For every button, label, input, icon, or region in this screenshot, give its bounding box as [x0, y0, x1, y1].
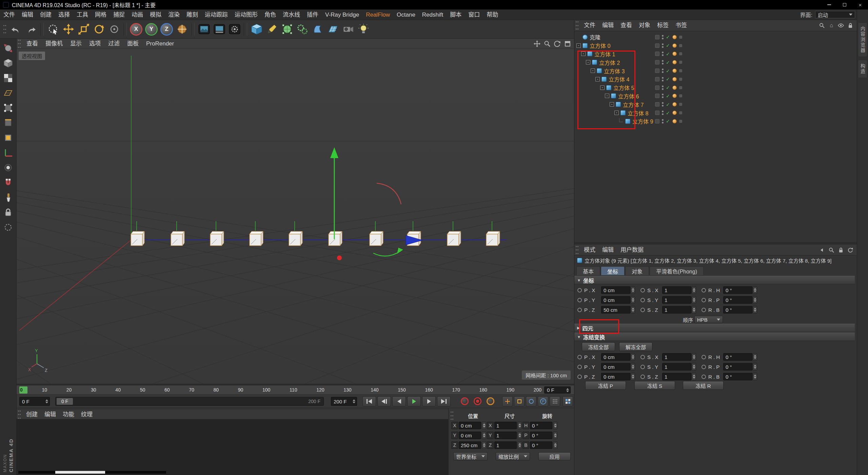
expand-toggle-icon[interactable]: -	[595, 77, 600, 81]
tag-icon[interactable]	[672, 43, 677, 48]
texture-mode-button[interactable]	[1, 71, 15, 86]
spinner[interactable]	[692, 373, 696, 380]
coord-grip[interactable]	[451, 412, 454, 420]
close-button[interactable]: ×	[852, 0, 868, 10]
rh-field[interactable]: 0 °	[723, 286, 752, 294]
object-name[interactable]: 立方体 5	[613, 83, 634, 92]
tag-icon[interactable]	[672, 111, 677, 115]
keyframe-circle[interactable]	[640, 365, 645, 369]
menu-pipeline[interactable]: 流水线	[279, 10, 303, 20]
apply-button[interactable]: 应用	[538, 452, 571, 460]
enabled-check-icon[interactable]: ✓	[666, 34, 670, 40]
coordinate-system-button[interactable]	[174, 21, 190, 37]
keyframe-circle[interactable]	[640, 288, 645, 292]
object-row-cloner[interactable]: 克隆 ✓	[574, 33, 857, 41]
vp-menu-prorender[interactable]: ProRender	[142, 39, 178, 49]
record-button[interactable]	[461, 397, 469, 405]
om-search-icon[interactable]	[819, 22, 825, 28]
tag-icon[interactable]	[672, 69, 677, 73]
vp-menu-filter[interactable]: 过滤	[104, 39, 123, 49]
visibility-dots[interactable]	[662, 43, 664, 48]
frozen-sx-field[interactable]: 1	[662, 353, 691, 361]
spinner[interactable]	[631, 306, 635, 314]
layer-icon[interactable]	[655, 52, 659, 56]
menu-snap[interactable]: 捕捉	[110, 10, 128, 20]
visibility-dots[interactable]	[662, 86, 664, 90]
pos-y-field[interactable]: 0 cm	[459, 432, 481, 439]
object-name[interactable]: 立方体 2	[599, 58, 620, 66]
am-history-icon[interactable]	[847, 247, 853, 253]
tab-coordinates[interactable]: 坐标	[601, 266, 625, 275]
rot-p-field[interactable]: 0 °	[530, 432, 552, 439]
vp-menu-options[interactable]: 选项	[85, 39, 104, 49]
tag-icon[interactable]	[672, 86, 677, 90]
keyframe-circle[interactable]	[640, 375, 645, 379]
spinner[interactable]	[692, 286, 696, 294]
keyframe-circle[interactable]	[702, 288, 706, 292]
visibility-dots[interactable]	[662, 60, 664, 64]
object-row-cube5[interactable]: - 立方体 5 ✓	[574, 83, 857, 92]
menu-vray[interactable]: V-Ray Bridge	[322, 10, 362, 20]
enabled-check-icon[interactable]: ✓	[666, 68, 670, 74]
tab-phong[interactable]: 平滑着色(Phong)	[650, 266, 704, 275]
subdivision-surface-button[interactable]	[279, 21, 295, 37]
layer-icon[interactable]	[655, 111, 659, 115]
menu-file[interactable]: 文件	[0, 10, 18, 20]
spinner[interactable]	[753, 286, 757, 294]
tag-icon[interactable]	[679, 69, 682, 72]
keyframe-circle[interactable]	[702, 355, 706, 359]
keyframe-circle[interactable]	[577, 355, 582, 359]
record-pla-button[interactable]	[550, 396, 560, 406]
enabled-check-icon[interactable]: ✓	[666, 60, 670, 65]
am-menu-mode[interactable]: 模式	[580, 245, 599, 255]
expand-toggle-icon[interactable]: -	[586, 60, 590, 64]
camera-button[interactable]	[340, 21, 356, 37]
freeze-s-button[interactable]: 冻结 S	[634, 381, 675, 390]
mat-menu-function[interactable]: 功能	[59, 410, 78, 419]
menu-simulate[interactable]: 模拟	[146, 10, 165, 20]
am-back-icon[interactable]	[819, 247, 825, 253]
next-frame-button[interactable]	[422, 396, 436, 406]
object-name[interactable]: 立方体 0	[590, 41, 610, 50]
object-name[interactable]: 立方体 9	[632, 117, 653, 125]
enabled-check-icon[interactable]: ✓	[666, 110, 670, 116]
pz-field[interactable]: 50 cm	[601, 306, 630, 314]
om-menu-objects[interactable]: 对象	[635, 20, 654, 31]
om-menu-edit[interactable]: 编辑	[599, 20, 617, 31]
end-frame-field[interactable]: 200 F	[331, 397, 357, 406]
spinner[interactable]	[753, 296, 757, 304]
spinner[interactable]	[631, 286, 635, 294]
menu-render[interactable]: 渲染	[165, 10, 183, 20]
spinner[interactable]	[482, 422, 486, 429]
make-editable-button[interactable]	[1, 41, 15, 56]
timeline-slider[interactable]: 0 F 200 F	[55, 397, 324, 406]
layer-icon[interactable]	[655, 60, 659, 64]
tag-icon[interactable]	[679, 103, 682, 106]
scale-tool-button[interactable]	[76, 21, 91, 37]
mat-menu-edit[interactable]: 编辑	[41, 410, 59, 419]
record-position-button[interactable]	[502, 396, 513, 406]
spinner[interactable]	[631, 296, 635, 304]
spinner[interactable]	[753, 363, 757, 370]
tag-icon[interactable]	[672, 94, 677, 98]
layer-icon[interactable]	[655, 119, 659, 124]
size-x-field[interactable]: 1	[494, 422, 517, 429]
tag-icon[interactable]	[679, 86, 682, 89]
am-menu-userdata[interactable]: 用户数据	[617, 245, 647, 255]
keyframe-circle[interactable]	[702, 365, 706, 369]
layer-icon[interactable]	[655, 35, 659, 39]
tag-icon[interactable]	[679, 52, 682, 55]
visibility-dots[interactable]	[662, 111, 664, 115]
enabled-check-icon[interactable]: ✓	[666, 76, 670, 82]
deformer-button[interactable]	[310, 21, 325, 37]
menu-realflow[interactable]: RealFlow	[362, 10, 393, 20]
frozen-px-field[interactable]: 0 cm	[601, 353, 630, 361]
material-scrollbar-thumb[interactable]	[55, 471, 105, 474]
object-name[interactable]: 克隆	[590, 33, 600, 41]
minimize-button[interactable]	[821, 0, 837, 10]
visibility-dots[interactable]	[662, 102, 664, 107]
layer-icon[interactable]	[655, 102, 659, 107]
size-z-field[interactable]: 1	[494, 441, 517, 449]
spinner[interactable]	[692, 363, 696, 370]
coord-system-dropdown[interactable]: 世界坐标	[453, 452, 488, 460]
